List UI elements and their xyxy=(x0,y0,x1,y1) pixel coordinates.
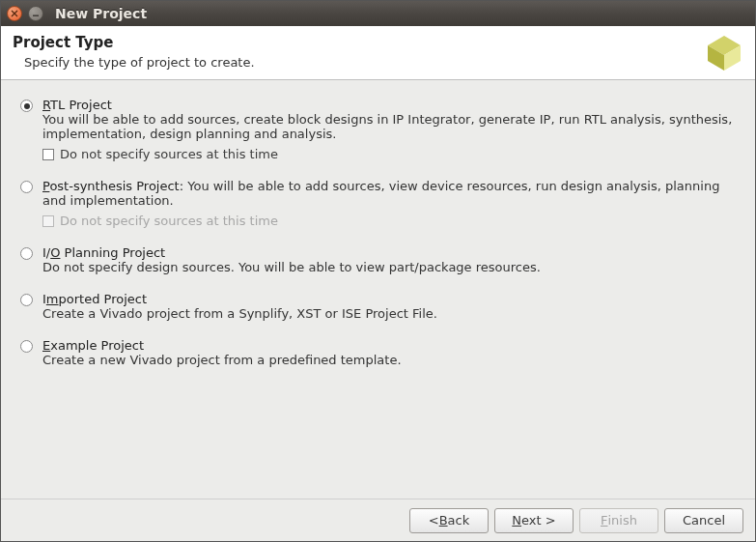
radio-example[interactable] xyxy=(20,340,33,353)
xilinx-logo-icon xyxy=(703,32,745,77)
post-no-sources-row: Do not specify sources at this time xyxy=(42,214,740,228)
option-imported[interactable]: Imported Project Create a Vivado project… xyxy=(20,292,740,321)
option-rtl-desc: You will be able to add sources, create … xyxy=(42,112,740,141)
page-title: Project Type xyxy=(13,34,743,51)
checkbox-post-no-sources-label: Do not specify sources at this time xyxy=(60,214,278,228)
svg-rect-0 xyxy=(33,15,39,16)
back-button[interactable]: < Back xyxy=(409,508,489,533)
option-example-desc: Create a new Vivado project from a prede… xyxy=(42,353,740,367)
option-imported-desc: Create a Vivado project from a Synplify,… xyxy=(42,306,740,321)
option-rtl-project[interactable]: RTL Project You will be able to add sour… xyxy=(20,98,740,161)
radio-imported[interactable] xyxy=(20,294,33,306)
options-panel: RTL Project You will be able to add sour… xyxy=(1,80,755,499)
titlebar: New Project xyxy=(1,1,755,26)
close-icon[interactable] xyxy=(7,6,22,21)
checkbox-rtl-no-sources[interactable] xyxy=(42,149,54,160)
option-example[interactable]: Example Project Create a new Vivado proj… xyxy=(20,338,740,367)
minimize-icon[interactable] xyxy=(28,6,43,21)
wizard-footer: < Back Next > Finish Cancel xyxy=(1,499,755,541)
option-rtl-title: RTL Project xyxy=(42,98,740,112)
option-post-title-desc: Post-synthesis Project: You will be able… xyxy=(42,179,740,208)
option-io-planning[interactable]: I/O Planning Project Do not specify desi… xyxy=(20,245,740,274)
next-button[interactable]: Next > xyxy=(494,508,574,533)
radio-post-synthesis[interactable] xyxy=(20,181,33,193)
option-post-synthesis[interactable]: Post-synthesis Project: You will be able… xyxy=(20,179,740,228)
rtl-no-sources-row[interactable]: Do not specify sources at this time xyxy=(42,147,740,161)
checkbox-post-no-sources xyxy=(42,215,54,227)
dialog-window: New Project Project Type Specify the typ… xyxy=(0,0,756,542)
finish-button: Finish xyxy=(579,508,658,533)
option-io-title: I/O Planning Project xyxy=(42,245,740,260)
radio-rtl[interactable] xyxy=(20,100,33,112)
option-example-title: Example Project xyxy=(42,338,740,353)
option-imported-title: Imported Project xyxy=(42,292,740,306)
option-io-desc: Do not specify design sources. You will … xyxy=(42,260,740,274)
radio-io-planning[interactable] xyxy=(20,247,33,260)
wizard-header: Project Type Specify the type of project… xyxy=(1,26,755,80)
page-subtitle: Specify the type of project to create. xyxy=(24,55,743,70)
window-title: New Project xyxy=(55,6,147,21)
cancel-button[interactable]: Cancel xyxy=(664,508,743,533)
checkbox-rtl-no-sources-label: Do not specify sources at this time xyxy=(60,147,278,161)
